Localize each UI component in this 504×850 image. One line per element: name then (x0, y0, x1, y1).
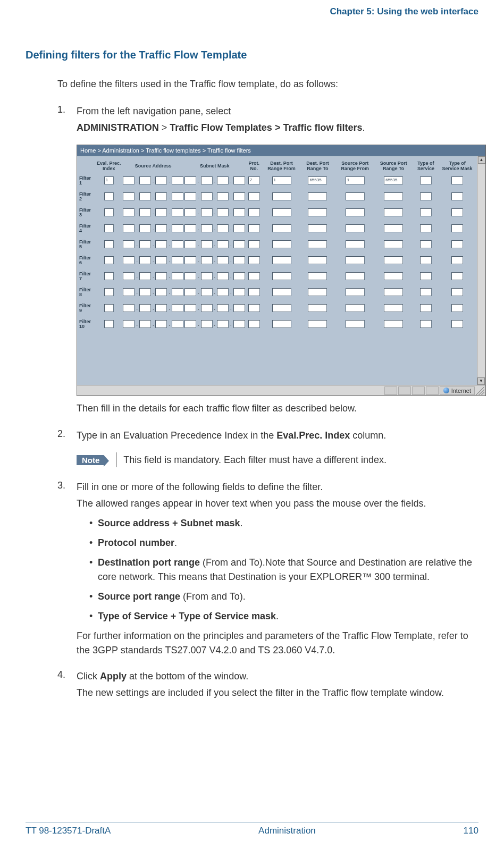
filter-input[interactable] (384, 208, 403, 216)
filter-input[interactable] (184, 192, 196, 200)
filter-input[interactable] (184, 256, 196, 264)
filter-input[interactable] (308, 208, 327, 216)
filter-input[interactable] (201, 240, 213, 248)
filter-input[interactable] (308, 320, 327, 328)
scroll-down-icon[interactable]: ▼ (477, 377, 485, 385)
filter-input[interactable] (346, 304, 365, 312)
filter-input[interactable] (384, 320, 403, 328)
filter-input[interactable] (248, 240, 260, 248)
filter-input[interactable] (308, 224, 327, 232)
filter-input[interactable] (272, 304, 291, 312)
filter-input[interactable] (384, 240, 403, 248)
filter-input[interactable] (217, 176, 229, 184)
filter-input[interactable] (155, 176, 167, 184)
filter-input[interactable] (104, 224, 114, 232)
filter-input[interactable] (172, 320, 183, 328)
filter-input[interactable] (139, 224, 151, 232)
filter-input[interactable] (451, 256, 463, 264)
filter-input[interactable] (451, 192, 463, 200)
filter-input[interactable] (123, 192, 135, 200)
filter-input[interactable] (384, 272, 403, 280)
filter-input[interactable] (172, 208, 183, 216)
filter-input[interactable] (384, 304, 403, 312)
filter-input[interactable] (272, 240, 291, 248)
filter-input[interactable] (172, 176, 183, 184)
filter-input[interactable] (104, 208, 114, 216)
filter-input[interactable] (451, 288, 463, 296)
filter-input[interactable] (201, 320, 213, 328)
filter-input[interactable] (346, 192, 365, 200)
filter-input[interactable] (184, 288, 196, 296)
filter-input[interactable] (139, 288, 151, 296)
filter-input[interactable] (172, 288, 183, 296)
filter-input[interactable] (104, 256, 114, 264)
filter-input[interactable]: 65535 (384, 176, 403, 184)
filter-input[interactable] (420, 320, 432, 328)
filter-input[interactable] (420, 288, 432, 296)
filter-input[interactable] (172, 256, 183, 264)
filter-input[interactable] (272, 256, 291, 264)
filter-input[interactable] (123, 208, 135, 216)
filter-input[interactable]: 1 (346, 176, 365, 184)
filter-input[interactable] (139, 320, 151, 328)
filter-input[interactable] (123, 256, 135, 264)
filter-input[interactable] (248, 304, 260, 312)
filter-input[interactable] (233, 224, 245, 232)
filter-input[interactable] (155, 256, 167, 264)
filter-input[interactable] (155, 224, 167, 232)
filter-input[interactable] (184, 208, 196, 216)
filter-input[interactable] (272, 224, 291, 232)
filter-input[interactable] (155, 320, 167, 328)
filter-input[interactable] (123, 288, 135, 296)
filter-input[interactable] (308, 304, 327, 312)
scrollbar[interactable]: ▲ ▼ (477, 156, 485, 385)
filter-input[interactable] (248, 224, 260, 232)
filter-input[interactable] (233, 176, 245, 184)
filter-input[interactable] (155, 192, 167, 200)
filter-input[interactable] (346, 320, 365, 328)
filter-input[interactable] (248, 272, 260, 280)
filter-input[interactable] (184, 224, 196, 232)
filter-input[interactable] (139, 192, 151, 200)
filter-input[interactable] (104, 320, 114, 328)
filter-input[interactable] (420, 272, 432, 280)
filter-input[interactable] (139, 304, 151, 312)
filter-input[interactable] (272, 272, 291, 280)
filter-input[interactable] (308, 256, 327, 264)
filter-input[interactable] (104, 304, 114, 312)
filter-input[interactable] (272, 288, 291, 296)
filter-input[interactable] (123, 304, 135, 312)
filter-input[interactable] (172, 240, 183, 248)
filter-input[interactable] (248, 256, 260, 264)
filter-input[interactable] (233, 256, 245, 264)
filter-input[interactable] (272, 208, 291, 216)
filter-input[interactable] (308, 272, 327, 280)
filter-input[interactable] (451, 320, 463, 328)
filter-input[interactable]: 1 (104, 176, 114, 184)
filter-input[interactable] (217, 272, 229, 280)
filter-input[interactable] (420, 240, 432, 248)
filter-input[interactable] (217, 192, 229, 200)
filter-input[interactable] (172, 192, 183, 200)
filter-input[interactable] (451, 240, 463, 248)
filter-input[interactable] (201, 208, 213, 216)
filter-input[interactable] (155, 288, 167, 296)
filter-input[interactable] (123, 240, 135, 248)
filter-input[interactable] (201, 176, 213, 184)
filter-input[interactable] (123, 272, 135, 280)
filter-input[interactable] (217, 208, 229, 216)
filter-input[interactable] (384, 256, 403, 264)
filter-input[interactable] (451, 272, 463, 280)
filter-input[interactable] (201, 272, 213, 280)
filter-input[interactable] (451, 208, 463, 216)
filter-input[interactable] (308, 192, 327, 200)
filter-input[interactable]: 65535 (308, 176, 327, 184)
filter-input[interactable] (420, 224, 432, 232)
filter-input[interactable] (172, 272, 183, 280)
filter-input[interactable] (201, 304, 213, 312)
filter-input[interactable] (233, 272, 245, 280)
filter-input[interactable]: 7 (248, 176, 260, 184)
filter-input[interactable] (346, 272, 365, 280)
filter-input[interactable] (420, 208, 432, 216)
filter-input[interactable] (104, 240, 114, 248)
